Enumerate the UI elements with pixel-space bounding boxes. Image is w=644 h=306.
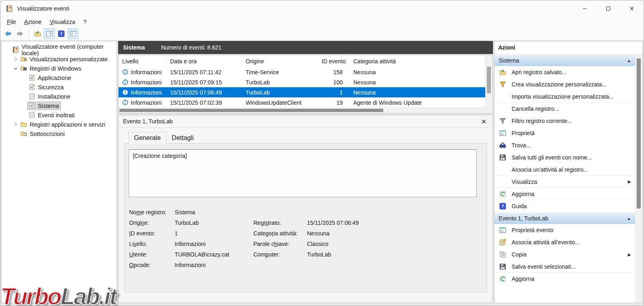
vscroll-thumb[interactable] bbox=[487, 67, 491, 93]
action-copia[interactable]: Copia▶ bbox=[495, 248, 635, 261]
field-label: Registrato: bbox=[253, 220, 307, 226]
action-associa-attivit-all-evento[interactable]: Associa attività all'evento... bbox=[495, 236, 635, 248]
event-list-horizontal-scrollbar[interactable] bbox=[119, 108, 485, 113]
refresh-icon bbox=[499, 190, 506, 198]
event-log-icon bbox=[28, 84, 35, 91]
tree-item-sicurezza[interactable]: Sicurezza bbox=[2, 82, 117, 92]
action-associa-un-attivit-al-registro[interactable]: Associa un'attività al registro... bbox=[495, 164, 635, 176]
collapse-arrow-icon[interactable]: ▲ bbox=[627, 58, 631, 63]
tab-dettagli[interactable]: Dettagli bbox=[166, 132, 199, 144]
event-row[interactable]: Informazioni15/11/2025 07:09:15TurboLab1… bbox=[119, 77, 485, 87]
filter-icon bbox=[499, 117, 506, 125]
detail-pane-header: Evento 1, TurboLab bbox=[119, 115, 493, 128]
save-icon bbox=[499, 263, 506, 270]
event-category: Agente di Windows Update bbox=[346, 99, 485, 106]
actions-vertical-scrollbar[interactable] bbox=[635, 54, 642, 303]
menu-item-azione[interactable]: Azione bbox=[20, 17, 46, 26]
menu-item-help[interactable]: ? bbox=[79, 17, 91, 26]
action-item-label: Visualizza bbox=[512, 179, 537, 185]
action-importa-visualizzazione-personalizzata[interactable]: Importa visualizzazione personalizzata..… bbox=[495, 91, 635, 103]
tree-item-registri-di-windows[interactable]: Registri di Windows bbox=[2, 64, 117, 73]
expander-placeholder bbox=[20, 93, 27, 99]
tree-item-label: Sistema bbox=[38, 103, 59, 109]
menu-item-file[interactable]: File bbox=[3, 17, 20, 26]
tree-item-eventi-inoltrati[interactable]: Eventi inoltrati bbox=[2, 110, 117, 120]
menu-item-visualizza[interactable]: Visualizza bbox=[45, 17, 79, 26]
tree-item-registri-applicazioni-e-servizi[interactable]: Registri applicazioni e servizi bbox=[2, 120, 117, 129]
action-filtro-registro-corrente[interactable]: Filtro registro corrente... bbox=[495, 115, 635, 127]
action-section-header-evento-1-turbolab[interactable]: Evento 1, TurboLab▲ bbox=[495, 212, 635, 224]
chevron-down-icon[interactable] bbox=[12, 65, 19, 71]
toolbar-console-tree-button[interactable] bbox=[44, 28, 55, 39]
chevron-right-icon[interactable] bbox=[12, 121, 19, 127]
tree-item-installazione[interactable]: Installazione bbox=[2, 92, 117, 101]
tree-item-sistema[interactable]: Sistema bbox=[2, 101, 117, 110]
event-list-header: LivelloData e oraOrigineID eventoCategor… bbox=[119, 55, 485, 67]
toolbar-arrow-back-button[interactable] bbox=[2, 28, 13, 39]
tree-item-visualizzatore-eventi-computer-locale[interactable]: Visualizzatore eventi (computer locale) bbox=[2, 45, 117, 54]
collapse-arrow-icon[interactable]: ▲ bbox=[627, 216, 631, 221]
tab-generale[interactable]: Generale bbox=[128, 132, 166, 144]
event-id: 100 bbox=[322, 79, 346, 86]
hscroll-thumb[interactable] bbox=[119, 109, 383, 112]
toolbar-help-button[interactable]: ? bbox=[56, 28, 67, 39]
action-crea-visualizzazione-personalizzata[interactable]: Crea visualizzazione personalizzata... bbox=[495, 78, 635, 91]
action-salva-tutti-gli-eventi-con-nome[interactable]: Salva tutti gli eventi con nome... bbox=[495, 151, 635, 164]
svg-text:?: ? bbox=[60, 31, 63, 37]
actions-vscroll-thumb[interactable] bbox=[637, 58, 641, 209]
action-cancella-registro[interactable]: Cancella registro... bbox=[495, 103, 635, 115]
submenu-arrow-icon: ▶ bbox=[628, 252, 631, 257]
save-icon bbox=[499, 154, 506, 161]
event-datetime: 15/11/2025 07:02:39 bbox=[166, 99, 242, 106]
event-row[interactable]: Informazioni15/11/2025 07:02:39WindowsUp… bbox=[119, 97, 485, 108]
chevron-right-icon[interactable] bbox=[12, 56, 19, 62]
column-header-id-evento[interactable]: ID evento bbox=[322, 57, 346, 65]
console-tree-panel: Visualizzatore eventi (computer locale)V… bbox=[1, 41, 117, 303]
open-saved-log-icon bbox=[34, 30, 41, 37]
expander-placeholder bbox=[20, 103, 27, 109]
event-row[interactable]: Informazioni15/11/2025 07:06:49TurboLab1… bbox=[119, 87, 485, 97]
event-level: Informazioni bbox=[131, 89, 162, 96]
action-section-header-sistema[interactable]: Sistema▲ bbox=[495, 54, 635, 66]
toolbar-arrow-forward-button[interactable] bbox=[14, 28, 25, 39]
find-icon bbox=[499, 142, 506, 149]
field-value: TurboLab bbox=[307, 251, 482, 258]
action-visualizza[interactable]: Visualizza▶ bbox=[495, 176, 635, 188]
maximize-button[interactable] bbox=[596, 0, 620, 16]
action-guida[interactable]: ?Guida bbox=[495, 200, 635, 212]
expander-placeholder bbox=[4, 47, 11, 53]
action-aggiorna[interactable]: Aggiorna bbox=[495, 188, 635, 200]
action-aggiorna[interactable]: Aggiorna bbox=[495, 273, 635, 285]
close-button[interactable] bbox=[620, 0, 644, 16]
toolbar-open-saved-log-button[interactable] bbox=[32, 28, 43, 39]
tree-item-sottoscrizioni[interactable]: Sottoscrizioni bbox=[2, 129, 117, 138]
event-row[interactable]: Informazioni15/11/2025 07:11:42Time-Serv… bbox=[119, 67, 485, 77]
properties-icon bbox=[499, 226, 506, 234]
tree-item-visualizzazioni-personalizzate[interactable]: Visualizzazioni personalizzate bbox=[2, 54, 117, 64]
field-value: TURBOLAB\crazy.cat bbox=[175, 251, 253, 258]
toolbar-action-pane-button[interactable] bbox=[67, 28, 78, 39]
action-propriet[interactable]: Proprietà bbox=[495, 127, 635, 139]
action-propriet-evento[interactable]: Proprietà evento bbox=[495, 224, 635, 236]
action-salva-eventi-selezionati[interactable]: Salva eventi selezionati... bbox=[495, 261, 635, 273]
column-header-data-e-ora[interactable]: Data e ora bbox=[166, 57, 242, 65]
event-id: 158 bbox=[322, 69, 346, 75]
field-value: Classico bbox=[307, 241, 482, 247]
field-row: Nome registro:Sistema bbox=[129, 207, 482, 218]
column-header-categoria-attivit[interactable]: Categoria attività bbox=[346, 57, 485, 65]
event-log-icon bbox=[28, 74, 35, 81]
tree-item-label: Registri applicazioni e servizi bbox=[30, 121, 105, 128]
detail-close-icon[interactable] bbox=[481, 119, 487, 125]
minimize-button[interactable] bbox=[573, 0, 596, 16]
tree-item-applicazione[interactable]: Applicazione bbox=[2, 73, 117, 82]
action-pane-icon bbox=[69, 30, 77, 37]
column-header-origine[interactable]: Origine bbox=[242, 57, 322, 65]
icon-placeholder bbox=[499, 166, 506, 173]
action-item-label: Salva tutti gli eventi con nome... bbox=[512, 154, 592, 161]
column-header-livello[interactable]: Livello bbox=[119, 57, 166, 65]
action-apri-registro-salvato[interactable]: Apri registro salvato... bbox=[495, 66, 635, 78]
action-trova[interactable]: Trova... bbox=[495, 139, 635, 151]
icon-placeholder bbox=[499, 93, 506, 100]
event-list-vertical-scrollbar[interactable] bbox=[485, 55, 493, 113]
event-message-box[interactable]: [Creazione categoria] bbox=[129, 149, 477, 197]
